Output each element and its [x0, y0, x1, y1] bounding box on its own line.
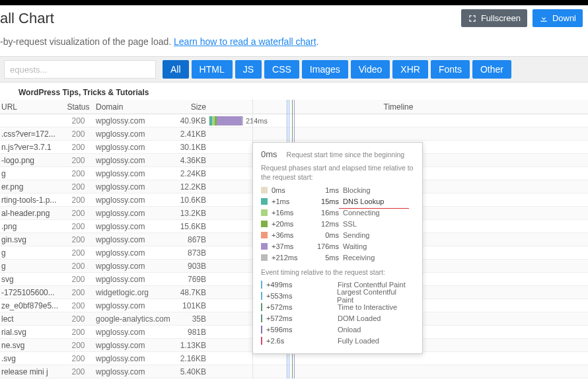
table-row[interactable]: release mini j200wpglossy.com5.40KB: [0, 365, 588, 378]
cell-domain: widgetlogic.org: [93, 288, 176, 297]
cell-status: 200: [63, 116, 93, 125]
cell-size: 2.41KB: [176, 129, 209, 139]
cell-status: 200: [63, 248, 93, 258]
tooltip-event-row: +553msLargest Contentful Paint: [261, 291, 414, 302]
cell-size: 4.36KB: [176, 156, 209, 165]
cell-size: 48.7KB: [176, 288, 209, 297]
cell-domain: wpglossy.com: [93, 301, 176, 310]
event-color-swatch: [261, 303, 262, 311]
cell-status: 200: [63, 143, 93, 152]
cell-url: n.js?ver=3.7.1: [0, 143, 63, 152]
cell-url: lect: [0, 314, 63, 324]
cell-url: release mini j: [0, 367, 63, 376]
cell-status: 200: [63, 314, 93, 324]
fullscreen-button[interactable]: Fullscreen: [461, 9, 527, 27]
event-name: DOM Loaded: [338, 314, 381, 322]
cell-size: 2.24KB: [176, 169, 209, 178]
cell-status: 200: [63, 328, 93, 337]
cell-status: 200: [63, 209, 93, 218]
cell-size: 1.13KB: [176, 341, 209, 350]
event-color-swatch: [261, 292, 262, 300]
col-timeline[interactable]: Timeline: [209, 102, 588, 112]
header-actions: Fullscreen Downl: [461, 9, 583, 27]
cell-domain: wpglossy.com: [93, 354, 176, 363]
cell-size: 769B: [176, 275, 209, 284]
event-name: Time to Interactive: [338, 303, 397, 311]
cell-url: al-header.png: [0, 209, 63, 218]
download-button[interactable]: Downl: [533, 9, 583, 27]
event-name: Largest Contentful Paint: [337, 288, 414, 304]
cell-domain: wpglossy.com: [93, 275, 176, 284]
cell-domain: wpglossy.com: [93, 116, 176, 125]
table-row[interactable]: .svg200wpglossy.com2.16KB: [0, 352, 588, 365]
filter-tab-js[interactable]: JS: [235, 60, 262, 79]
cell-status: 200: [63, 262, 93, 271]
cell-size: 10.6KB: [176, 196, 209, 205]
phase-duration: 12ms: [310, 220, 339, 228]
col-url[interactable]: URL: [0, 102, 63, 112]
filter-tab-xhr[interactable]: XHR: [392, 60, 428, 79]
cell-url: .css?ver=172...: [0, 129, 63, 139]
tooltip-phase-row: +16ms16msConnecting: [261, 207, 414, 219]
filter-tab-all[interactable]: All: [163, 60, 189, 79]
cell-status: 200: [63, 182, 93, 192]
filter-tab-video[interactable]: Video: [351, 60, 390, 79]
cell-size: 101KB: [176, 301, 209, 310]
cell-domain: wpglossy.com: [93, 182, 176, 192]
cell-domain: wpglossy.com: [93, 129, 176, 139]
cell-status: 200: [63, 169, 93, 178]
download-icon: [539, 14, 548, 23]
cell-status: 200: [63, 222, 93, 231]
phase-name: DNS Lookup: [343, 197, 384, 205]
subtitle-link[interactable]: Learn how to read a waterfall chart: [174, 36, 316, 47]
cell-domain: wpglossy.com: [93, 328, 176, 337]
cell-url: rting-tools-1.p...: [0, 196, 63, 205]
cell-domain: wpglossy.com: [93, 169, 176, 178]
filter-tab-images[interactable]: Images: [302, 60, 348, 79]
header: all Chart Fullscreen Downl: [0, 5, 588, 31]
cell-status: 200: [63, 156, 93, 165]
cell-url: g: [0, 262, 63, 271]
filter-tab-html[interactable]: HTML: [192, 60, 233, 79]
cell-domain: google-analytics.com: [93, 314, 176, 324]
tooltip-phase-row: +36ms0msSending: [261, 230, 414, 241]
filter-input[interactable]: [4, 60, 156, 79]
tooltip-phases: 0ms1msBlocking+1ms15msDNS Lookup+16ms16m…: [261, 185, 414, 264]
filter-tab-css[interactable]: CSS: [264, 60, 299, 79]
cell-size: 2.16KB: [176, 354, 209, 363]
table-row[interactable]: .css?ver=172...200wpglossy.com2.41KB: [0, 127, 588, 141]
cell-url: gin.svg: [0, 235, 63, 244]
phase-duration: 5ms: [310, 254, 339, 262]
highlight-underline: [339, 208, 409, 209]
phase-color-swatch: [261, 187, 268, 194]
col-size[interactable]: Size: [176, 102, 209, 112]
phase-color-swatch: [261, 209, 268, 216]
tooltip-start-time: 0ms: [261, 149, 277, 159]
col-status[interactable]: Status: [63, 102, 93, 112]
event-offset: +572ms: [266, 314, 301, 322]
phase-color-swatch: [261, 232, 268, 238]
phase-duration: 16ms: [310, 209, 339, 217]
page-label: WordPress Tips, Tricks & Tutorials: [0, 83, 588, 100]
phase-offset: +212ms: [272, 254, 306, 262]
cell-size: 15.6KB: [176, 222, 209, 231]
tooltip-event-row: +572msDOM Loaded: [261, 313, 414, 324]
cell-url: ze_e0bf879e5...: [0, 301, 63, 310]
phase-duration: 176ms: [310, 242, 339, 250]
phase-name: Waiting: [343, 242, 367, 250]
cell-size: 981B: [176, 328, 209, 337]
table-row[interactable]: 200wpglossy.com40.9KB214ms: [0, 114, 588, 127]
filter-tab-other[interactable]: Other: [472, 60, 511, 79]
cell-status: 200: [63, 367, 93, 376]
col-domain[interactable]: Domain: [93, 102, 176, 112]
tooltip-phase-row: +20ms12msSSL: [261, 219, 414, 230]
cell-url: g: [0, 169, 63, 178]
subtitle-lead: -by-request visualization of the page lo…: [0, 36, 174, 47]
cell-status: 200: [63, 275, 93, 284]
subtitle-tail: .: [316, 36, 319, 47]
cell-size: 40.9KB: [176, 116, 209, 125]
cell-timeline: [209, 365, 588, 378]
phase-color-swatch: [261, 254, 268, 261]
cell-domain: wpglossy.com: [93, 209, 176, 218]
filter-tab-fonts[interactable]: Fonts: [431, 60, 470, 79]
